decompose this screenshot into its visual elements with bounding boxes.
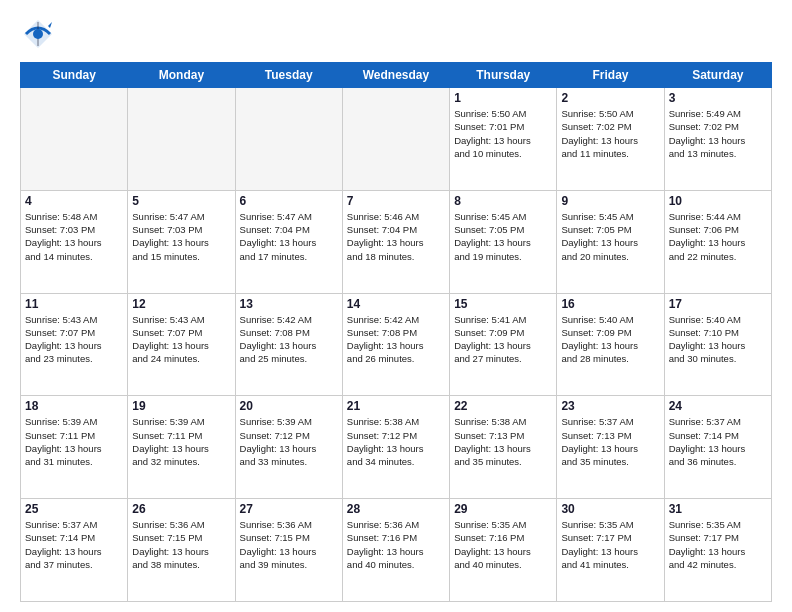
day-number: 21 [347, 399, 445, 413]
cell-info: Sunrise: 5:40 AM Sunset: 7:09 PM Dayligh… [561, 313, 659, 366]
day-number: 9 [561, 194, 659, 208]
day-number: 15 [454, 297, 552, 311]
page: SundayMondayTuesdayWednesdayThursdayFrid… [0, 0, 792, 612]
cell-info: Sunrise: 5:50 AM Sunset: 7:01 PM Dayligh… [454, 107, 552, 160]
col-header-wednesday: Wednesday [342, 63, 449, 88]
cell-info: Sunrise: 5:39 AM Sunset: 7:12 PM Dayligh… [240, 415, 338, 468]
day-number: 10 [669, 194, 767, 208]
day-number: 2 [561, 91, 659, 105]
calendar-cell [128, 88, 235, 191]
day-number: 25 [25, 502, 123, 516]
calendar-cell: 21Sunrise: 5:38 AM Sunset: 7:12 PM Dayli… [342, 396, 449, 499]
calendar-cell: 16Sunrise: 5:40 AM Sunset: 7:09 PM Dayli… [557, 293, 664, 396]
calendar-cell: 4Sunrise: 5:48 AM Sunset: 7:03 PM Daylig… [21, 190, 128, 293]
day-number: 27 [240, 502, 338, 516]
day-number: 14 [347, 297, 445, 311]
calendar-cell: 9Sunrise: 5:45 AM Sunset: 7:05 PM Daylig… [557, 190, 664, 293]
calendar-cell: 6Sunrise: 5:47 AM Sunset: 7:04 PM Daylig… [235, 190, 342, 293]
calendar-cell: 1Sunrise: 5:50 AM Sunset: 7:01 PM Daylig… [450, 88, 557, 191]
col-header-thursday: Thursday [450, 63, 557, 88]
calendar-cell: 22Sunrise: 5:38 AM Sunset: 7:13 PM Dayli… [450, 396, 557, 499]
cell-info: Sunrise: 5:43 AM Sunset: 7:07 PM Dayligh… [132, 313, 230, 366]
calendar-cell: 31Sunrise: 5:35 AM Sunset: 7:17 PM Dayli… [664, 499, 771, 602]
calendar-cell [342, 88, 449, 191]
calendar-cell: 28Sunrise: 5:36 AM Sunset: 7:16 PM Dayli… [342, 499, 449, 602]
logo-icon [20, 16, 56, 52]
cell-info: Sunrise: 5:36 AM Sunset: 7:16 PM Dayligh… [347, 518, 445, 571]
day-number: 30 [561, 502, 659, 516]
calendar-cell: 5Sunrise: 5:47 AM Sunset: 7:03 PM Daylig… [128, 190, 235, 293]
col-header-saturday: Saturday [664, 63, 771, 88]
cell-info: Sunrise: 5:38 AM Sunset: 7:13 PM Dayligh… [454, 415, 552, 468]
day-number: 20 [240, 399, 338, 413]
calendar-cell: 7Sunrise: 5:46 AM Sunset: 7:04 PM Daylig… [342, 190, 449, 293]
calendar-cell: 14Sunrise: 5:42 AM Sunset: 7:08 PM Dayli… [342, 293, 449, 396]
calendar-cell: 17Sunrise: 5:40 AM Sunset: 7:10 PM Dayli… [664, 293, 771, 396]
header [20, 16, 772, 52]
calendar-cell: 23Sunrise: 5:37 AM Sunset: 7:13 PM Dayli… [557, 396, 664, 499]
cell-info: Sunrise: 5:36 AM Sunset: 7:15 PM Dayligh… [240, 518, 338, 571]
day-number: 19 [132, 399, 230, 413]
day-number: 29 [454, 502, 552, 516]
cell-info: Sunrise: 5:50 AM Sunset: 7:02 PM Dayligh… [561, 107, 659, 160]
calendar-cell: 13Sunrise: 5:42 AM Sunset: 7:08 PM Dayli… [235, 293, 342, 396]
calendar-cell: 15Sunrise: 5:41 AM Sunset: 7:09 PM Dayli… [450, 293, 557, 396]
day-number: 1 [454, 91, 552, 105]
cell-info: Sunrise: 5:39 AM Sunset: 7:11 PM Dayligh… [132, 415, 230, 468]
day-number: 4 [25, 194, 123, 208]
day-number: 26 [132, 502, 230, 516]
day-number: 7 [347, 194, 445, 208]
calendar-cell: 11Sunrise: 5:43 AM Sunset: 7:07 PM Dayli… [21, 293, 128, 396]
col-header-monday: Monday [128, 63, 235, 88]
cell-info: Sunrise: 5:48 AM Sunset: 7:03 PM Dayligh… [25, 210, 123, 263]
day-number: 12 [132, 297, 230, 311]
cell-info: Sunrise: 5:45 AM Sunset: 7:05 PM Dayligh… [561, 210, 659, 263]
day-number: 22 [454, 399, 552, 413]
calendar-cell [235, 88, 342, 191]
calendar-cell: 18Sunrise: 5:39 AM Sunset: 7:11 PM Dayli… [21, 396, 128, 499]
cell-info: Sunrise: 5:46 AM Sunset: 7:04 PM Dayligh… [347, 210, 445, 263]
col-header-sunday: Sunday [21, 63, 128, 88]
day-number: 28 [347, 502, 445, 516]
calendar-cell: 20Sunrise: 5:39 AM Sunset: 7:12 PM Dayli… [235, 396, 342, 499]
svg-point-1 [33, 29, 43, 39]
cell-info: Sunrise: 5:47 AM Sunset: 7:03 PM Dayligh… [132, 210, 230, 263]
day-number: 3 [669, 91, 767, 105]
day-number: 31 [669, 502, 767, 516]
day-number: 24 [669, 399, 767, 413]
calendar-cell: 25Sunrise: 5:37 AM Sunset: 7:14 PM Dayli… [21, 499, 128, 602]
calendar-cell [21, 88, 128, 191]
day-number: 23 [561, 399, 659, 413]
cell-info: Sunrise: 5:49 AM Sunset: 7:02 PM Dayligh… [669, 107, 767, 160]
day-number: 6 [240, 194, 338, 208]
cell-info: Sunrise: 5:35 AM Sunset: 7:16 PM Dayligh… [454, 518, 552, 571]
day-number: 18 [25, 399, 123, 413]
day-number: 13 [240, 297, 338, 311]
calendar-cell: 30Sunrise: 5:35 AM Sunset: 7:17 PM Dayli… [557, 499, 664, 602]
calendar-cell: 26Sunrise: 5:36 AM Sunset: 7:15 PM Dayli… [128, 499, 235, 602]
cell-info: Sunrise: 5:38 AM Sunset: 7:12 PM Dayligh… [347, 415, 445, 468]
cell-info: Sunrise: 5:41 AM Sunset: 7:09 PM Dayligh… [454, 313, 552, 366]
cell-info: Sunrise: 5:40 AM Sunset: 7:10 PM Dayligh… [669, 313, 767, 366]
cell-info: Sunrise: 5:37 AM Sunset: 7:14 PM Dayligh… [669, 415, 767, 468]
cell-info: Sunrise: 5:43 AM Sunset: 7:07 PM Dayligh… [25, 313, 123, 366]
day-number: 11 [25, 297, 123, 311]
calendar-cell: 10Sunrise: 5:44 AM Sunset: 7:06 PM Dayli… [664, 190, 771, 293]
calendar-cell: 24Sunrise: 5:37 AM Sunset: 7:14 PM Dayli… [664, 396, 771, 499]
cell-info: Sunrise: 5:35 AM Sunset: 7:17 PM Dayligh… [669, 518, 767, 571]
day-number: 8 [454, 194, 552, 208]
calendar-cell: 3Sunrise: 5:49 AM Sunset: 7:02 PM Daylig… [664, 88, 771, 191]
cell-info: Sunrise: 5:36 AM Sunset: 7:15 PM Dayligh… [132, 518, 230, 571]
col-header-friday: Friday [557, 63, 664, 88]
cell-info: Sunrise: 5:35 AM Sunset: 7:17 PM Dayligh… [561, 518, 659, 571]
calendar-cell: 2Sunrise: 5:50 AM Sunset: 7:02 PM Daylig… [557, 88, 664, 191]
cell-info: Sunrise: 5:39 AM Sunset: 7:11 PM Dayligh… [25, 415, 123, 468]
day-number: 16 [561, 297, 659, 311]
day-number: 17 [669, 297, 767, 311]
day-number: 5 [132, 194, 230, 208]
col-header-tuesday: Tuesday [235, 63, 342, 88]
calendar-cell: 8Sunrise: 5:45 AM Sunset: 7:05 PM Daylig… [450, 190, 557, 293]
calendar-cell: 29Sunrise: 5:35 AM Sunset: 7:16 PM Dayli… [450, 499, 557, 602]
calendar-cell: 12Sunrise: 5:43 AM Sunset: 7:07 PM Dayli… [128, 293, 235, 396]
calendar-cell: 19Sunrise: 5:39 AM Sunset: 7:11 PM Dayli… [128, 396, 235, 499]
